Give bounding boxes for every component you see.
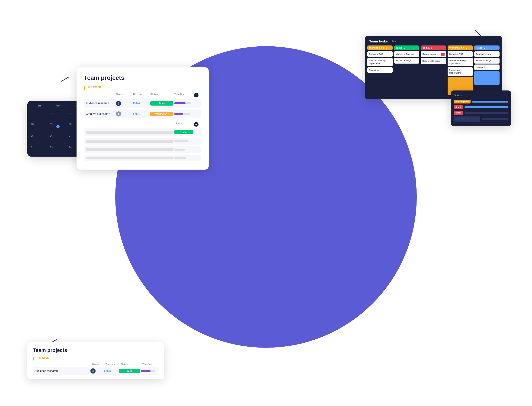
svg-point-0 (118, 102, 119, 103)
svg-point-5 (92, 371, 94, 372)
cal-day-mon: Mon (49, 103, 68, 108)
timeline-audience (174, 102, 193, 104)
status-badge-working: Working on it (454, 100, 471, 103)
kanban-card[interactable]: Photoshoot (367, 67, 393, 73)
sth-empty (86, 122, 175, 127)
cal-dot (56, 125, 60, 128)
bottom-due-date: Feb 6 (104, 370, 118, 372)
kanban-card[interactable]: New Onboarding experience (448, 58, 473, 66)
gray-cell (86, 131, 173, 134)
kanban-col-1: Working on it / 3 Complete T&C New Onboa… (367, 45, 393, 96)
status-cell-empty (454, 116, 480, 122)
kanban-card[interactable]: Marketing Banners (394, 51, 419, 57)
due-date-brainstorm: Feb 15 (133, 113, 149, 115)
kanban-card-research[interactable]: Research (474, 65, 500, 70)
cal-cell[interactable]: 01 (49, 109, 67, 120)
sth-status: Status (175, 122, 194, 127)
cal-cell[interactable]: 08 (30, 121, 48, 132)
add-status-button[interactable]: + (504, 93, 508, 97)
bottom-projects-panel: Team projects This Week Owner Due date S… (27, 342, 164, 379)
kanban-col-2: To do / 2 Marketing Banners Emails redes… (394, 45, 419, 96)
timeline-bar (465, 112, 508, 114)
cal-cell[interactable]: 22 (30, 144, 48, 155)
kanban-header: Team tasks Files (365, 36, 502, 45)
cal-cell[interactable]: 23 (49, 144, 67, 155)
bottom-table-row-audience[interactable]: Audience research Feb 6 Done (33, 367, 159, 375)
tl-bar-filled (174, 113, 183, 115)
status-board-title: Status (454, 94, 462, 97)
add-status-col-button[interactable]: + (194, 122, 199, 127)
kanban-blue-card (474, 71, 500, 85)
status-row-2: Stuck (454, 105, 508, 109)
kanban-card[interactable]: Photoshoot preperations (448, 67, 473, 76)
svg-point-2 (118, 113, 119, 114)
bth-status: Status (121, 363, 142, 366)
tl-bar-filled (174, 102, 186, 104)
table-header: Owner Due date Status Timeline + (84, 93, 201, 97)
tl-bar-filled (141, 370, 151, 372)
svg-point-1 (118, 103, 119, 105)
bottom-orange-bar (33, 357, 34, 361)
table-row-audience[interactable]: Audience research Feb 6 Done (84, 99, 201, 108)
bottom-section-label: This Week (35, 356, 49, 359)
col-header-1: Working on it / 3 (367, 45, 393, 50)
bottom-avatar (90, 368, 95, 374)
task-name-brainstorm: Creative brainstorm (86, 112, 115, 116)
col-header-5: To do / 2 (474, 45, 500, 50)
status-table-row-3[interactable] (84, 146, 201, 153)
status-table-row-2[interactable] (84, 138, 201, 145)
bottom-section-title-bar: This Week (33, 356, 159, 361)
timeline-bar (472, 101, 508, 102)
th-status: Status (150, 93, 173, 97)
status-working: Working on it (150, 112, 173, 116)
status-table-row-1[interactable]: Done (84, 128, 201, 136)
status-table-row-4[interactable] (84, 155, 201, 161)
kanban-card[interactable]: New Onboarding experience (367, 58, 393, 66)
due-date-audience: Feb 6 (133, 102, 149, 105)
kanban-subtitle: Files (390, 39, 396, 43)
cal-cell[interactable] (30, 109, 48, 120)
status-board-header: Status + (454, 93, 508, 97)
decorative-dash-2 (475, 30, 481, 36)
bottom-table-header: Owner Due date Status Timeline (33, 363, 159, 366)
decorative-dash-1 (61, 77, 69, 82)
empty-status-bar (174, 140, 188, 142)
kanban-card[interactable]: Emails redesign (474, 58, 500, 63)
empty-status-bar (174, 149, 185, 151)
kanban-col-3: To do / 2 Signup design Banners Campaign (421, 45, 446, 96)
kanban-card[interactable]: Emails redesign (394, 58, 419, 63)
status-badge-stuck-2: Stuck (454, 111, 463, 115)
orange-bar (84, 86, 85, 90)
th-owner: Owner (116, 93, 132, 97)
status-section: Status + Done (84, 122, 201, 161)
cal-cell[interactable]: 15 (30, 132, 48, 144)
task-name-audience: Audience research (86, 102, 115, 105)
kanban-card[interactable]: Complete T&C (367, 51, 393, 57)
cal-cell[interactable]: 16 (49, 132, 67, 144)
add-column-button[interactable]: + (194, 93, 199, 97)
cal-cell[interactable]: 09 (49, 121, 67, 132)
section-label: This Week (86, 85, 101, 89)
status-row-3: Stuck (454, 111, 508, 115)
table-row-brainstorm[interactable]: Creative brainstorm Feb 15 Working on it (84, 109, 201, 118)
status-done-2: Done (174, 130, 193, 134)
gray-cell (86, 148, 173, 151)
kanban-card[interactable]: Complete T&C (448, 51, 473, 57)
status-row-1: Working on it (454, 100, 508, 103)
kanban-card[interactable]: Signup design (421, 51, 446, 57)
projects-title: Team projects (84, 74, 201, 81)
kanban-card[interactable]: Banners Campaign (421, 58, 446, 64)
bth-due: Due date (106, 363, 120, 366)
avatar-brainstorm (116, 111, 121, 116)
kanban-title: Team tasks (369, 39, 388, 43)
status-badge-stuck: Stuck (454, 105, 463, 109)
main-projects-panel: Team projects This Week Owner Due date S… (77, 67, 209, 170)
status-done: Done (150, 101, 173, 106)
tl-bar-empty (151, 370, 155, 372)
bottom-timeline (141, 370, 157, 372)
kanban-col-4: Working on it / 3 Complete T&C New Onboa… (448, 45, 473, 96)
bth-timeline: Timeline (142, 363, 159, 366)
kanban-card[interactable]: Banners review (474, 51, 500, 57)
th-timeline: Timeline (174, 93, 193, 97)
th-name (86, 93, 115, 97)
